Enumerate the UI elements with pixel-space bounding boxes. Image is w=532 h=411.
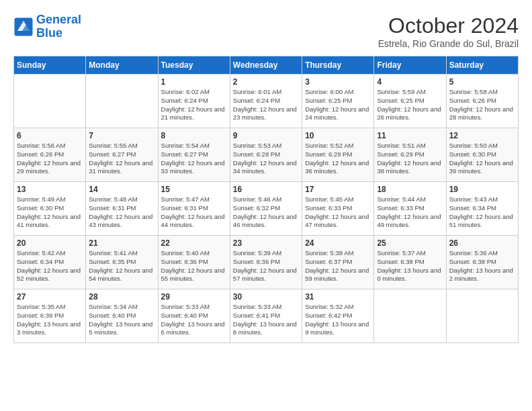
logo-icon <box>13 17 34 37</box>
day-number: 19 <box>449 185 515 194</box>
day-number: 2 <box>233 77 299 87</box>
calendar-cell: 12Sunrise: 5:50 AM Sunset: 6:30 PM Dayli… <box>446 128 518 182</box>
weekday-header: Friday <box>374 56 446 75</box>
day-number: 18 <box>377 185 443 194</box>
calendar-cell: 19Sunrise: 5:43 AM Sunset: 6:34 PM Dayli… <box>446 182 518 236</box>
calendar-cell: 2Sunrise: 6:01 AM Sunset: 6:24 PM Daylig… <box>230 75 302 128</box>
day-info: Sunrise: 5:44 AM Sunset: 6:33 PM Dayligh… <box>377 195 443 230</box>
day-number: 27 <box>17 292 83 302</box>
day-number: 16 <box>233 185 299 194</box>
calendar-cell: 18Sunrise: 5:44 AM Sunset: 6:33 PM Dayli… <box>374 182 446 236</box>
day-number: 21 <box>89 238 154 248</box>
day-info: Sunrise: 5:33 AM Sunset: 6:40 PM Dayligh… <box>161 303 227 337</box>
day-info: Sunrise: 5:50 AM Sunset: 6:30 PM Dayligh… <box>449 142 515 176</box>
calendar-week-row: 13Sunrise: 5:49 AM Sunset: 6:30 PM Dayli… <box>14 182 519 236</box>
day-info: Sunrise: 6:00 AM Sunset: 6:25 PM Dayligh… <box>305 88 371 122</box>
calendar-cell: 26Sunrise: 5:36 AM Sunset: 6:38 PM Dayli… <box>446 236 518 289</box>
calendar-cell: 9Sunrise: 5:53 AM Sunset: 6:28 PM Daylig… <box>230 128 302 182</box>
calendar-cell <box>446 289 518 343</box>
calendar-cell: 21Sunrise: 5:41 AM Sunset: 6:35 PM Dayli… <box>86 236 158 289</box>
calendar-cell: 13Sunrise: 5:49 AM Sunset: 6:30 PM Dayli… <box>14 182 86 236</box>
calendar-cell: 28Sunrise: 5:34 AM Sunset: 6:40 PM Dayli… <box>86 289 158 343</box>
day-info: Sunrise: 5:43 AM Sunset: 6:34 PM Dayligh… <box>449 195 515 230</box>
day-number: 22 <box>161 238 227 248</box>
calendar-cell: 27Sunrise: 5:35 AM Sunset: 6:39 PM Dayli… <box>14 289 86 343</box>
location: Estrela, Rio Grande do Sul, Brazil <box>378 38 519 49</box>
day-number: 29 <box>161 292 227 302</box>
day-number: 28 <box>89 292 154 302</box>
calendar-cell: 7Sunrise: 5:55 AM Sunset: 6:27 PM Daylig… <box>86 128 158 182</box>
day-info: Sunrise: 5:38 AM Sunset: 6:37 PM Dayligh… <box>305 249 371 283</box>
calendar-cell <box>86 75 158 128</box>
weekday-header: Tuesday <box>158 56 230 75</box>
day-info: Sunrise: 5:35 AM Sunset: 6:39 PM Dayligh… <box>17 303 83 337</box>
day-number: 14 <box>89 185 154 194</box>
page-header: General Blue October 2024 Estrela, Rio G… <box>13 13 519 49</box>
calendar-cell: 30Sunrise: 5:33 AM Sunset: 6:41 PM Dayli… <box>230 289 302 343</box>
day-info: Sunrise: 6:01 AM Sunset: 6:24 PM Dayligh… <box>233 88 299 122</box>
day-number: 5 <box>449 77 515 87</box>
calendar-cell: 3Sunrise: 6:00 AM Sunset: 6:25 PM Daylig… <box>302 75 374 128</box>
calendar-week-row: 1Sunrise: 6:02 AM Sunset: 6:24 PM Daylig… <box>14 75 519 128</box>
day-info: Sunrise: 5:47 AM Sunset: 6:31 PM Dayligh… <box>161 195 227 230</box>
calendar-cell: 17Sunrise: 5:45 AM Sunset: 6:33 PM Dayli… <box>302 182 374 236</box>
day-info: Sunrise: 5:46 AM Sunset: 6:32 PM Dayligh… <box>233 195 299 230</box>
day-info: Sunrise: 5:42 AM Sunset: 6:34 PM Dayligh… <box>17 249 83 283</box>
calendar-cell: 20Sunrise: 5:42 AM Sunset: 6:34 PM Dayli… <box>14 236 86 289</box>
day-number: 3 <box>305 77 371 87</box>
day-info: Sunrise: 5:39 AM Sunset: 6:36 PM Dayligh… <box>233 249 299 283</box>
calendar-cell: 11Sunrise: 5:51 AM Sunset: 6:29 PM Dayli… <box>374 128 446 182</box>
weekday-header: Monday <box>86 56 158 75</box>
day-number: 11 <box>377 131 443 140</box>
day-info: Sunrise: 5:51 AM Sunset: 6:29 PM Dayligh… <box>377 142 443 176</box>
day-info: Sunrise: 5:55 AM Sunset: 6:27 PM Dayligh… <box>89 142 154 176</box>
day-number: 24 <box>305 238 371 248</box>
calendar-cell <box>14 75 86 128</box>
day-number: 20 <box>17 238 83 248</box>
day-number: 26 <box>449 238 515 248</box>
day-number: 30 <box>233 292 299 302</box>
calendar-cell: 1Sunrise: 6:02 AM Sunset: 6:24 PM Daylig… <box>158 75 230 128</box>
weekday-header: Saturday <box>446 56 518 75</box>
day-info: Sunrise: 5:59 AM Sunset: 6:25 PM Dayligh… <box>377 88 443 122</box>
day-number: 6 <box>17 131 83 140</box>
logo-line1: General <box>36 13 81 26</box>
calendar-cell: 4Sunrise: 5:59 AM Sunset: 6:25 PM Daylig… <box>374 75 446 128</box>
day-info: Sunrise: 5:36 AM Sunset: 6:38 PM Dayligh… <box>449 249 515 283</box>
day-number: 8 <box>161 131 227 140</box>
day-number: 7 <box>89 131 154 140</box>
month-year: October 2024 <box>378 13 519 38</box>
calendar-cell: 10Sunrise: 5:52 AM Sunset: 6:29 PM Dayli… <box>302 128 374 182</box>
day-info: Sunrise: 5:32 AM Sunset: 6:42 PM Dayligh… <box>305 303 371 337</box>
calendar-cell: 24Sunrise: 5:38 AM Sunset: 6:37 PM Dayli… <box>302 236 374 289</box>
day-info: Sunrise: 5:41 AM Sunset: 6:35 PM Dayligh… <box>89 249 154 283</box>
day-number: 15 <box>161 185 227 194</box>
calendar-cell: 14Sunrise: 5:48 AM Sunset: 6:31 PM Dayli… <box>86 182 158 236</box>
day-number: 4 <box>377 77 443 87</box>
day-number: 12 <box>449 131 515 140</box>
logo-line2: Blue <box>36 26 62 40</box>
calendar-cell: 6Sunrise: 5:56 AM Sunset: 6:26 PM Daylig… <box>14 128 86 182</box>
calendar-week-row: 6Sunrise: 5:56 AM Sunset: 6:26 PM Daylig… <box>14 128 519 182</box>
day-info: Sunrise: 5:48 AM Sunset: 6:31 PM Dayligh… <box>89 195 154 230</box>
weekday-header: Thursday <box>302 56 374 75</box>
day-number: 23 <box>233 238 299 248</box>
day-info: Sunrise: 5:34 AM Sunset: 6:40 PM Dayligh… <box>89 303 154 337</box>
day-info: Sunrise: 5:54 AM Sunset: 6:27 PM Dayligh… <box>161 142 227 176</box>
day-info: Sunrise: 5:45 AM Sunset: 6:33 PM Dayligh… <box>305 195 371 230</box>
title-block: October 2024 Estrela, Rio Grande do Sul,… <box>378 13 519 49</box>
day-number: 17 <box>305 185 371 194</box>
day-info: Sunrise: 5:37 AM Sunset: 6:38 PM Dayligh… <box>377 249 443 283</box>
calendar-cell: 22Sunrise: 5:40 AM Sunset: 6:36 PM Dayli… <box>158 236 230 289</box>
calendar-week-row: 27Sunrise: 5:35 AM Sunset: 6:39 PM Dayli… <box>14 289 519 343</box>
calendar-cell: 29Sunrise: 5:33 AM Sunset: 6:40 PM Dayli… <box>158 289 230 343</box>
day-info: Sunrise: 5:49 AM Sunset: 6:30 PM Dayligh… <box>17 195 83 230</box>
calendar-header-row: SundayMondayTuesdayWednesdayThursdayFrid… <box>14 56 519 75</box>
logo-text: General Blue <box>36 13 81 40</box>
calendar-cell: 25Sunrise: 5:37 AM Sunset: 6:38 PM Dayli… <box>374 236 446 289</box>
calendar-cell: 23Sunrise: 5:39 AM Sunset: 6:36 PM Dayli… <box>230 236 302 289</box>
calendar-cell: 5Sunrise: 5:58 AM Sunset: 6:26 PM Daylig… <box>446 75 518 128</box>
weekday-header: Sunday <box>14 56 86 75</box>
day-number: 10 <box>305 131 371 140</box>
logo: General Blue <box>13 13 81 40</box>
